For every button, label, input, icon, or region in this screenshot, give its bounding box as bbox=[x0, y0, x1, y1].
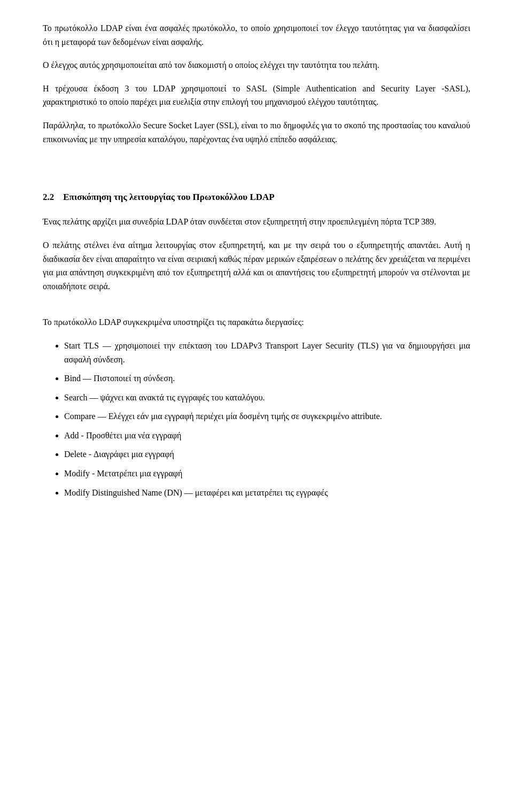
paragraph-2: Ο έλεγχος αυτός χρησιμοποιείται από τον … bbox=[43, 58, 470, 72]
section-paragraph-1: Ένας πελάτης αρχίζει μια συνεδρία LDAP ό… bbox=[43, 215, 470, 229]
list-item: Modify Distinguished Name (DN) — μεταφέρ… bbox=[64, 486, 470, 500]
section-paragraph-2a: Ο πελάτης στέλνει ένα αίτημα λειτουργίας… bbox=[43, 241, 441, 250]
section-heading: 2.2 Επισκόπηση της λειτουργίας του Πρωτο… bbox=[43, 190, 470, 204]
paragraph-3: Η τρέχουσα έκδοση 3 του LDAP χρησιμοποιε… bbox=[43, 82, 470, 109]
spacer-1 bbox=[43, 156, 470, 168]
list-item: Bind — Πιστοποιεί τη σύνδεση. bbox=[64, 372, 470, 385]
list-item: Compare — Ελέγχει εάν μια εγγραφή περιέχ… bbox=[64, 409, 470, 423]
list-item: Start TLS — χρησιμοποιεί την επέκταση το… bbox=[64, 339, 470, 366]
section-paragraph-4: Το πρωτόκολλο LDAP συγκεκριμένα υποστηρί… bbox=[43, 315, 470, 329]
bullet-list: Start TLS — χρησιμοποιεί την επέκταση το… bbox=[64, 339, 470, 499]
spacer-2 bbox=[43, 303, 470, 315]
list-item: Delete - Διαγράφει μια εγγραφή bbox=[64, 447, 470, 461]
list-item: Modify - Μετατρέπει μια εγγραφή bbox=[64, 467, 470, 481]
list-item: Search — ψάχνει και ανακτά τις εγγραφές … bbox=[64, 391, 470, 405]
section-paragraph-2: Ο πελάτης στέλνει ένα αίτημα λειτουργίας… bbox=[43, 238, 470, 293]
list-item: Add - Προσθέτει μια νέα εγγραφή bbox=[64, 429, 470, 443]
paragraph-4: Παράλληλα, το πρωτόκολλο Secure Socket L… bbox=[43, 119, 470, 146]
section-title: Επισκόπηση της λειτουργίας του Πρωτοκόλλ… bbox=[63, 192, 274, 202]
paragraph-1: Το πρωτόκολλο LDAP είναι ένα ασφαλές πρω… bbox=[43, 21, 470, 49]
section-number: 2.2 bbox=[43, 192, 54, 202]
